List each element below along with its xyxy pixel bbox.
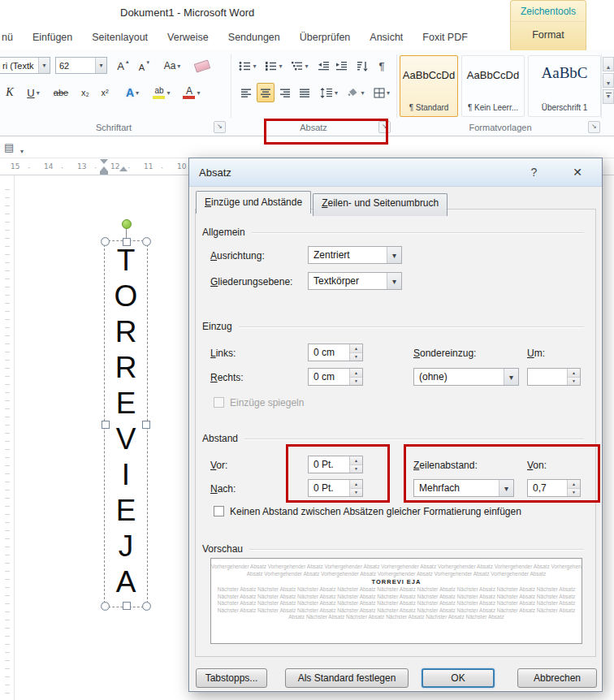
subscript-button[interactable]: x₂ [76,83,94,102]
font-name-combo[interactable]: ri (Textk [0,57,50,74]
grow-font-button[interactable]: A [114,57,133,75]
resize-handle-bottom-left[interactable] [101,602,110,611]
close-icon[interactable]: ✕ [573,166,582,179]
first-line-indent-marker[interactable] [100,159,108,164]
indent-left-input[interactable]: 0 cm [308,344,363,361]
underline-button[interactable]: U [21,83,45,102]
spinner-arrows[interactable] [349,456,362,473]
dropdown-arrow-icon[interactable] [387,273,401,289]
mirror-indents-checkbox[interactable] [214,397,224,408]
tab-foxit-pdf[interactable]: Foxit PDF [413,24,478,50]
superscript-button[interactable]: x² [96,83,114,102]
spacing-before-input[interactable]: 0 Pt. [308,456,363,473]
spinner-arrows[interactable] [567,369,580,385]
justify-button[interactable] [296,83,313,102]
resize-handle-top-left[interactable] [101,237,110,246]
outline-level-select[interactable]: Textkörper [308,272,402,290]
tab-zeilen-und-seitenumbruch[interactable]: Zeilen- und Seitenumbruch [313,193,448,216]
right-indent-marker[interactable] [119,166,128,171]
indent-by-input[interactable] [527,368,581,386]
font-color-icon: A [183,87,195,99]
font-size-combo[interactable]: 62 [55,57,107,74]
align-center-button[interactable] [257,83,275,102]
dropdown-arrow-icon[interactable] [387,247,401,263]
show-paragraph-marks-button[interactable]: ¶ [374,57,390,75]
shrink-font-button[interactable]: A [135,57,154,75]
clear-formatting-button[interactable] [192,57,213,75]
cancel-button[interactable]: Abbrechen [517,668,597,688]
increase-indent-button[interactable] [333,57,349,75]
styles-gallery-more-button[interactable] [603,89,614,104]
tab-ueberpruefen[interactable]: Überprüfen [290,24,361,50]
styles-gallery-down-button[interactable] [603,73,614,88]
rotation-handle[interactable] [122,219,132,229]
indent-right-input[interactable]: 0 cm [308,368,363,386]
tab-format[interactable]: Format [511,29,586,41]
font-color-button[interactable]: A [179,83,205,102]
tab-seitenlayout[interactable]: Seitenlayout [82,24,158,50]
strikethrough-button[interactable]: abe [49,83,73,102]
resize-handle-bottom[interactable] [123,602,131,610]
sort-button[interactable] [352,57,372,75]
line-spacing-button[interactable] [317,83,341,102]
style-ueberschrift-1[interactable]: AaBbC Überschrift 1 [528,55,601,117]
tab-ansicht[interactable]: Ansicht [360,24,413,50]
quick-toolbar-icon[interactable] [4,140,14,154]
style-standard[interactable]: AaBbCcDd ¶ Standard [400,55,458,117]
text-box[interactable]: T O R R E V I E J A [104,240,148,607]
italic-button[interactable]: K [2,83,18,102]
schriftart-dialog-launcher-icon[interactable] [214,121,226,133]
quick-toolbar-dropdown-arrow-icon[interactable] [20,142,24,157]
tab-einzuege-und-abstaende[interactable]: Einzüge und Abstände [196,191,311,214]
special-indent-select[interactable]: (ohne) [413,368,519,386]
resize-handle-left[interactable] [102,421,110,429]
no-spacing-same-style-checkbox[interactable] [214,506,224,516]
line-spacing-select[interactable]: Mehrfach [413,479,514,497]
spinner-arrows[interactable] [349,369,362,385]
align-right-icon [279,88,291,98]
resize-handle-top-right[interactable] [142,237,151,246]
indent-right-label: Rechts: [210,372,244,383]
ok-button[interactable]: OK [422,668,495,688]
align-left-button[interactable] [237,83,255,102]
resize-handle-right[interactable] [142,421,150,429]
resize-handle-bottom-right[interactable] [142,602,151,611]
left-indent-marker[interactable] [100,171,108,175]
spacing-after-input[interactable]: 0 Pt. [308,479,363,497]
spinner-arrows[interactable] [567,480,580,496]
change-case-button[interactable]: Aa [159,57,185,75]
bullets-button[interactable] [236,57,260,75]
italic-icon: K [6,86,13,99]
font-size-dropdown-arrow-icon[interactable] [95,58,106,73]
tab-menue[interactable]: nü [0,24,23,50]
dialog-title-bar[interactable]: Absatz ? ✕ [189,158,602,187]
multilevel-list-button[interactable] [288,57,312,75]
help-button[interactable]: ? [530,166,537,179]
resize-handle-top[interactable] [123,238,131,246]
style-kein-leerraum[interactable]: AaBbCcDd ¶ Kein Leerr... [461,55,525,117]
numbering-button[interactable] [262,57,286,75]
align-right-button[interactable] [276,83,294,102]
set-as-default-button[interactable]: Als Standard festlegen [285,668,409,688]
decrease-indent-button[interactable] [315,57,331,75]
absatz-dialog-launcher-icon[interactable] [378,121,391,133]
tab-einfuegen[interactable]: Einfügen [23,24,82,50]
formatvorlagen-dialog-launcher-icon[interactable] [588,121,600,133]
tab-verweise[interactable]: Verweise [158,24,218,50]
shading-button[interactable] [344,83,367,102]
spinner-arrows[interactable] [349,480,362,496]
numbering-icon [265,61,277,71]
dropdown-arrow-icon[interactable] [499,480,513,496]
highlight-color-button[interactable]: ab [148,83,175,102]
styles-gallery-up-button[interactable] [603,57,614,71]
preview-line: Vorhergehender Absatz Vorhergehender Abs… [211,564,582,571]
borders-button[interactable] [370,83,393,102]
dropdown-arrow-icon[interactable] [504,369,518,385]
line-spacing-at-input[interactable]: 0,7 [527,479,581,497]
tab-sendungen[interactable]: Sendungen [218,24,290,50]
spinner-arrows[interactable] [349,344,362,361]
text-effects-button[interactable]: A [120,83,145,102]
tabstops-button[interactable]: Tabstopps... [196,668,267,688]
font-name-dropdown-arrow-icon[interactable] [38,58,50,73]
alignment-select[interactable]: Zentriert [308,246,402,264]
